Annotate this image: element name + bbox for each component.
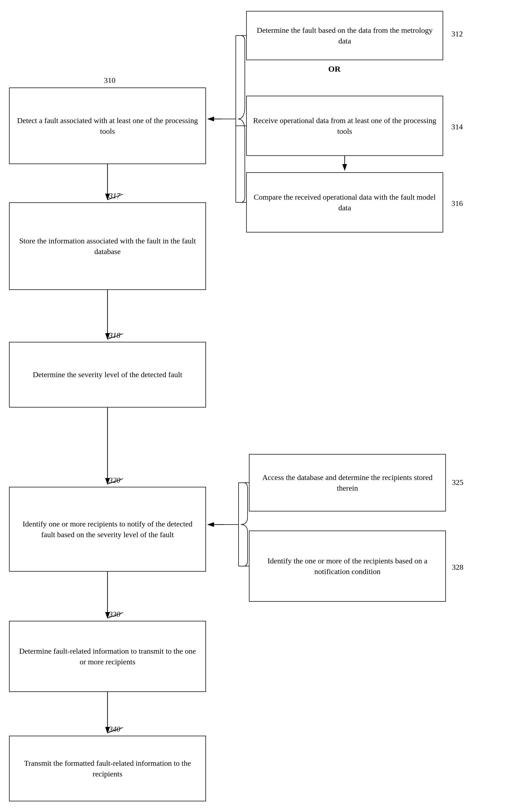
box-318: Determine the severity level of the dete… [9, 342, 206, 407]
box-330: Determine fault-related information to t… [9, 621, 206, 692]
ref-325: 325 [452, 478, 463, 487]
diagram-container: Detect a fault associated with at least … [0, 0, 508, 812]
ref-328: 328 [452, 563, 463, 572]
ref-316: 316 [451, 199, 463, 208]
box-340: Transmit the formatted fault-related inf… [9, 736, 206, 801]
ref-340: 340 [109, 725, 120, 733]
box-317: Store the information associated with th… [9, 202, 206, 290]
ref-317: 317 [109, 191, 120, 200]
box-320: Identify one or more recipients to notif… [9, 487, 206, 572]
ref-330: 330 [109, 610, 120, 619]
box-325: Access the database and determine the re… [249, 454, 446, 511]
ref-320: 320 [109, 476, 120, 485]
ref-318: 318 [109, 331, 120, 340]
box-312: Determine the fault based on the data fr… [246, 11, 443, 60]
ref-310: 310 [104, 76, 116, 85]
box-310: Detect a fault associated with at least … [9, 88, 206, 164]
ref-314: 314 [451, 123, 463, 131]
or-label: OR [328, 64, 341, 74]
box-316: Compare the received operational data wi… [246, 172, 443, 232]
box-328: Identify the one or more of the recipien… [249, 531, 446, 602]
box-314: Receive operational data from at least o… [246, 96, 443, 156]
ref-312: 312 [451, 30, 463, 38]
